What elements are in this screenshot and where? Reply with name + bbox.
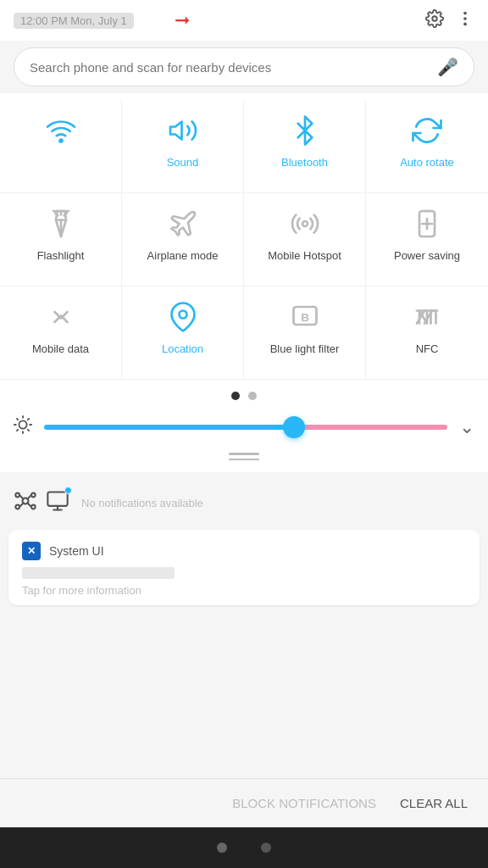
mobile-data-icon (42, 298, 80, 336)
notif-subtitle: Tap for more information (22, 584, 466, 597)
page-dot-1[interactable] (231, 392, 240, 400)
status-bar: 12:00 PM Mon, July 1 ➞ (0, 0, 488, 41)
hotspot-label: Mobile Hotspot (268, 249, 341, 264)
brightness-icon (14, 415, 32, 439)
airplane-label: Airplane mode (147, 249, 219, 264)
qs-power-saving[interactable]: Power saving (366, 193, 488, 287)
nav-home-dot[interactable] (217, 843, 227, 853)
status-time: 12:00 PM Mon, July 1 (14, 13, 134, 29)
wifi-icon (42, 112, 80, 149)
hotspot-icon (286, 205, 324, 242)
handle-line-2 (229, 459, 259, 461)
search-bar[interactable]: 🎤 (14, 47, 474, 86)
slider-track (44, 425, 447, 430)
qs-auto-rotate[interactable]: Auto rotate (366, 100, 488, 193)
auto-rotate-icon (408, 112, 446, 149)
bottom-action-bar: BLOCK NOTIFICATIONS CLEAR ALL (0, 778, 488, 827)
search-input[interactable] (30, 60, 429, 75)
settings-icon[interactable] (425, 9, 444, 31)
svg-line-39 (27, 503, 31, 507)
flashlight-icon (42, 205, 80, 242)
red-arrow-icon: ➞ (175, 9, 190, 31)
airplane-icon (164, 205, 202, 242)
drag-handle[interactable] (0, 448, 488, 472)
sound-label: Sound (167, 156, 199, 170)
mobile-data-label: Mobile data (32, 342, 89, 357)
qs-blue-light[interactable]: B Blue light filter (244, 287, 366, 380)
qs-wifi[interactable] (0, 100, 122, 193)
power-saving-label: Power saving (394, 249, 460, 264)
svg-point-4 (59, 140, 62, 142)
svg-line-37 (27, 495, 31, 499)
svg-line-38 (19, 503, 24, 507)
svg-point-1 (463, 12, 467, 15)
qs-hotspot[interactable]: Mobile Hotspot (244, 193, 366, 287)
svg-point-22 (19, 420, 26, 428)
flashlight-label: Flashlight (37, 249, 85, 264)
svg-point-2 (463, 17, 467, 20)
notif-icons (14, 489, 69, 516)
sound-icon (164, 112, 202, 149)
connected-apps-icon (14, 489, 37, 516)
bluetooth-label: Bluetooth (281, 156, 328, 170)
svg-point-3 (463, 23, 467, 26)
mic-icon[interactable]: 🎤 (437, 57, 458, 77)
block-notifications-button[interactable]: BLOCK NOTIFICATIONS (229, 791, 380, 815)
svg-point-11 (302, 221, 308, 226)
svg-line-36 (19, 495, 24, 499)
location-icon (164, 298, 202, 336)
status-bar-left: 12:00 PM Mon, July 1 ➞ (14, 9, 190, 31)
slider-thumb[interactable] (283, 416, 305, 438)
bluetooth-icon (286, 112, 324, 149)
notif-app-name: System UI (49, 544, 104, 558)
svg-marker-5 (170, 122, 182, 140)
brightness-slider[interactable] (44, 425, 447, 430)
location-label: Location (162, 342, 203, 357)
system-ui-notification[interactable]: ✕ System UI Tap for more information (8, 530, 480, 605)
monitor-icon-wrap (46, 489, 69, 516)
qs-mobile-data[interactable]: Mobile data (0, 287, 122, 380)
qs-bluetooth[interactable]: Bluetooth (244, 100, 366, 193)
nfc-label: NFC (416, 342, 439, 357)
qs-nfc[interactable]: NFC (366, 287, 488, 380)
qs-flashlight[interactable]: Flashlight (0, 193, 122, 287)
handle-line-1 (229, 453, 259, 455)
svg-line-25 (17, 419, 18, 420)
notif-status-text: No notifications available (81, 497, 474, 509)
svg-rect-40 (47, 492, 67, 506)
nav-back-dot[interactable] (261, 843, 271, 853)
page-dots (0, 380, 488, 407)
handle-lines (229, 453, 259, 460)
svg-line-30 (28, 419, 29, 420)
system-ui-icon-letter: ✕ (27, 545, 36, 557)
blue-light-icon: B (286, 298, 324, 336)
svg-line-26 (28, 430, 29, 431)
notif-header: No notifications available (0, 481, 488, 525)
svg-line-29 (17, 430, 18, 431)
qs-sound[interactable]: Sound (122, 100, 244, 193)
notification-area: No notifications available ✕ System UI T… (0, 472, 488, 605)
svg-point-0 (432, 16, 437, 21)
auto-rotate-label: Auto rotate (400, 156, 454, 170)
blue-light-label: Blue light filter (270, 342, 340, 357)
clear-all-button[interactable]: CLEAR ALL (396, 791, 471, 815)
page-dot-2[interactable] (248, 392, 257, 400)
qs-airplane-mode[interactable]: Airplane mode (122, 193, 244, 287)
system-ui-app-icon: ✕ (22, 542, 41, 560)
brightness-row: ⌄ (0, 407, 488, 448)
quick-settings-panel: Sound Bluetooth Auto rotate (0, 93, 488, 472)
notif-card-header: ✕ System UI (22, 542, 466, 560)
more-options-icon[interactable] (456, 9, 474, 31)
monitor-dot (64, 487, 72, 494)
notif-title-bar (22, 567, 175, 579)
quick-settings-grid: Sound Bluetooth Auto rotate (0, 100, 488, 380)
nfc-icon (408, 298, 446, 336)
status-bar-right (425, 9, 474, 31)
qs-location[interactable]: Location (122, 287, 244, 380)
svg-point-16 (179, 311, 186, 319)
svg-text:B: B (301, 311, 309, 324)
brightness-expand-icon[interactable]: ⌄ (459, 416, 474, 438)
nav-bar (0, 827, 488, 868)
power-saving-icon (408, 205, 446, 242)
